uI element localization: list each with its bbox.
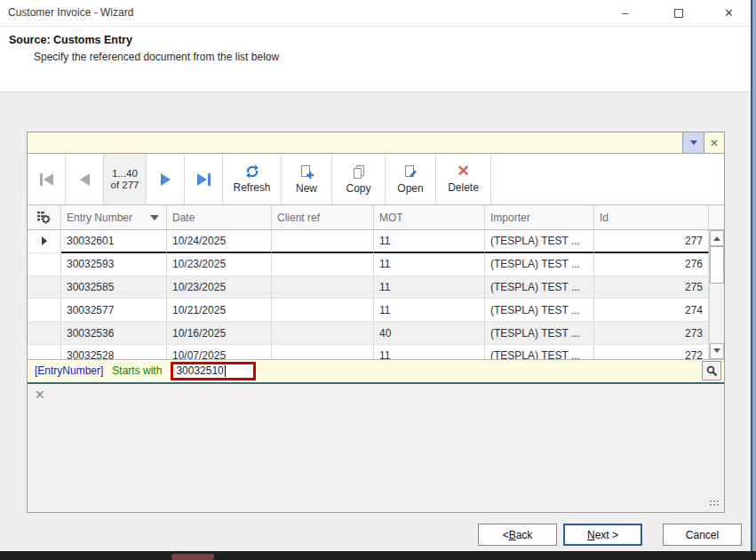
- scroll-down-icon: [713, 348, 720, 353]
- grid-cell-id[interactable]: 276: [594, 253, 709, 276]
- delete-label: Delete: [448, 181, 479, 194]
- column-chooser-button[interactable]: [28, 205, 61, 229]
- column-header-entry-number[interactable]: Entry Number: [61, 205, 167, 229]
- grid-cell-client-ref[interactable]: [272, 276, 374, 300]
- column-header-entry-number-label: Entry Number: [67, 212, 132, 224]
- resize-grip[interactable]: [710, 500, 720, 508]
- close-button[interactable]: ✕: [709, 0, 749, 26]
- column-header-date[interactable]: Date: [167, 205, 272, 229]
- grid-cell-mot[interactable]: 40: [374, 322, 485, 345]
- filter-field-label[interactable]: [EntryNumber]: [35, 364, 103, 377]
- grid-cell-entry[interactable]: 30032585: [61, 276, 167, 300]
- next-record-button[interactable]: [147, 154, 185, 204]
- table-row[interactable]: 3003257710/21/202511(TESPLA) TEST ...274: [28, 299, 709, 322]
- new-button[interactable]: New: [282, 154, 332, 204]
- grid-cell-date[interactable]: 10/16/2025: [167, 322, 272, 345]
- cancel-button[interactable]: Cancel: [663, 524, 742, 546]
- filter-search-button[interactable]: [702, 361, 721, 380]
- table-row[interactable]: 3003253610/16/202540(TESPLA) TEST ...273: [28, 322, 709, 345]
- grid-cell-client-ref[interactable]: [272, 230, 374, 253]
- grid-cell-client-ref[interactable]: [272, 253, 374, 276]
- grid-cell-entry[interactable]: 30032528: [61, 345, 167, 359]
- close-filter-button[interactable]: ✕: [35, 388, 45, 402]
- last-record-icon-arrow: [197, 173, 207, 186]
- grid-cell-entry[interactable]: 30032601: [61, 230, 167, 253]
- column-header-mot[interactable]: MOT: [374, 205, 485, 229]
- column-header-client-ref-label: Client ref: [277, 212, 320, 224]
- grid-cell-importer[interactable]: (TESPLA) TEST ...: [485, 299, 594, 322]
- last-record-button[interactable]: [185, 154, 223, 204]
- taskbar-strip: [0, 551, 756, 560]
- filter-panel-footer: ✕: [28, 384, 724, 513]
- scroll-up-button[interactable]: [710, 230, 724, 246]
- scrollbar-thumb[interactable]: [710, 246, 724, 284]
- record-counter-range: 1...40: [112, 168, 138, 180]
- grid-cell-id[interactable]: 274: [594, 299, 709, 322]
- column-header-id-label: Id: [600, 212, 609, 224]
- grid-cell-entry[interactable]: 30032536: [61, 322, 167, 345]
- combo-clear-button[interactable]: ✕: [704, 132, 724, 153]
- grid-cell-mot[interactable]: 11: [374, 253, 485, 276]
- delete-button[interactable]: ✕ Delete: [436, 154, 491, 204]
- grid-cell-mot[interactable]: 11: [374, 230, 485, 253]
- grid-cell-importer[interactable]: (TESPLA) TEST ...: [485, 230, 594, 253]
- maximize-button[interactable]: [658, 0, 698, 26]
- column-header-id[interactable]: Id: [594, 205, 709, 229]
- grid-cell-id[interactable]: 275: [594, 276, 709, 300]
- scroll-down-button[interactable]: [710, 343, 724, 359]
- grid-cell-importer[interactable]: (TESPLA) TEST ...: [485, 276, 594, 300]
- table-row[interactable]: 3003260110/24/202511(TESPLA) TEST ...277: [28, 230, 709, 253]
- grid-cell-id[interactable]: 273: [594, 322, 709, 345]
- row-indicator: [28, 322, 61, 345]
- filter-value-input[interactable]: 30032510: [171, 362, 256, 380]
- new-icon: [299, 164, 314, 180]
- back-button[interactable]: < Back: [478, 524, 557, 546]
- row-indicator: [28, 276, 61, 300]
- screen: Customer Invoice - Wizard – ✕ Source: Cu…: [0, 0, 756, 560]
- filter-operator-label[interactable]: Starts with: [112, 364, 162, 377]
- column-header-importer[interactable]: Importer: [485, 205, 594, 229]
- minimize-button[interactable]: –: [605, 0, 645, 26]
- grid-cell-entry[interactable]: 30032577: [61, 299, 167, 322]
- open-button[interactable]: Open: [386, 154, 436, 204]
- grid-cell-date[interactable]: 10/21/2025: [167, 299, 272, 322]
- table-row[interactable]: 3003252810/07/202511(TESPLA) TEST ...272: [28, 345, 709, 359]
- grid-cell-client-ref[interactable]: [272, 299, 374, 322]
- grid-cell-id[interactable]: 277: [594, 230, 709, 253]
- minimize-icon: –: [622, 6, 628, 20]
- grid-cell-date[interactable]: 10/23/2025: [167, 276, 272, 300]
- table-row[interactable]: 3003258510/23/202511(TESPLA) TEST ...275: [28, 276, 709, 300]
- grid-cell-date[interactable]: 10/23/2025: [167, 253, 272, 276]
- grid-cell-date[interactable]: 10/07/2025: [167, 345, 272, 359]
- grid-cell-mot[interactable]: 11: [374, 299, 485, 322]
- grid-cell-entry[interactable]: 30032593: [61, 253, 167, 276]
- grid-cell-importer[interactable]: (TESPLA) TEST ...: [485, 253, 594, 276]
- copy-button[interactable]: Copy: [332, 154, 386, 204]
- refresh-button[interactable]: Refresh: [223, 154, 282, 204]
- grid-cell-client-ref[interactable]: [272, 345, 374, 359]
- grid-header-row: Entry Number Date Client ref MOT Importe…: [28, 205, 724, 230]
- grid-cell-importer[interactable]: (TESPLA) TEST ...: [485, 345, 594, 359]
- grid-cell-mot[interactable]: 11: [374, 276, 485, 300]
- next-button[interactable]: Next >: [563, 524, 642, 546]
- row-indicator: [28, 299, 61, 322]
- lookup-combo-input[interactable]: [28, 132, 682, 153]
- grid-cell-importer[interactable]: (TESPLA) TEST ...: [485, 322, 594, 345]
- column-header-client-ref[interactable]: Client ref: [272, 205, 374, 229]
- record-counter-total: of 277: [111, 180, 139, 191]
- vertical-scrollbar[interactable]: [709, 230, 724, 359]
- grid-cell-mot[interactable]: 11: [374, 345, 485, 359]
- table-row[interactable]: 3003259310/23/202511(TESPLA) TEST ...276: [28, 253, 709, 276]
- previous-record-button[interactable]: [66, 154, 104, 204]
- new-label: New: [296, 182, 317, 195]
- row-indicator: [28, 253, 61, 276]
- first-record-button[interactable]: [28, 154, 66, 204]
- grid-cell-id[interactable]: 272: [594, 345, 709, 359]
- previous-record-icon: [80, 173, 90, 186]
- grid-cell-client-ref[interactable]: [272, 322, 374, 345]
- close-icon: ✕: [724, 6, 734, 20]
- open-label: Open: [397, 182, 423, 195]
- grid-cell-date[interactable]: 10/24/2025: [167, 230, 272, 253]
- combo-dropdown-button[interactable]: [682, 132, 704, 153]
- page-title: Source: Customs Entry: [9, 34, 132, 46]
